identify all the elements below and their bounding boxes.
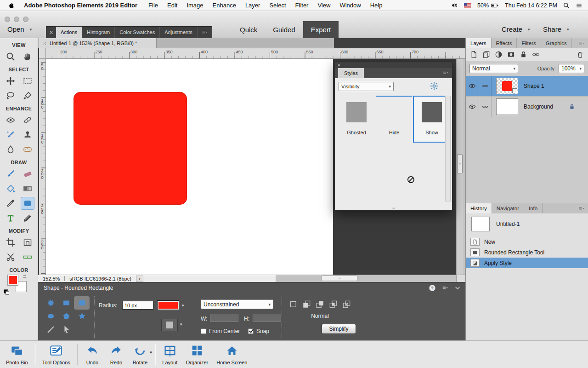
panel-tab-adjustments[interactable]: Adjustments [160,27,198,38]
menu-edit[interactable]: Edit [163,2,182,9]
zoom-tool[interactable] [4,51,17,63]
status-expand-button[interactable]: › [136,276,143,282]
visibility-eye-icon[interactable] [469,82,476,90]
blend-mode-select[interactable]: Normal▾ [469,64,518,73]
layers-tab-filters[interactable]: Filters [517,38,541,48]
type-tool[interactable] [4,212,17,224]
apple-menu-icon[interactable] [8,2,15,9]
panel-menu-icon[interactable] [442,70,449,76]
taskbar-rotate[interactable]: ▾Rotate [128,341,152,368]
shape-combine-button[interactable] [161,319,178,331]
new-group-icon[interactable] [482,51,490,58]
red-eye-removal-tool[interactable] [4,114,17,126]
brush-tool[interactable] [4,168,17,180]
new-layer-icon[interactable] [470,51,478,58]
lock-icon[interactable] [520,51,527,58]
history-tab-history[interactable]: History [466,203,492,213]
ellipse-tool[interactable] [43,310,58,323]
gradient-tool[interactable] [21,183,34,195]
checkbox[interactable] [201,328,206,334]
volume-icon[interactable] [451,2,458,9]
eyedropper-tool[interactable] [4,197,17,209]
from-center-checkbox[interactable]: From Center [201,328,240,334]
layers-tab-layers[interactable]: Layers [466,38,492,48]
menu-filter[interactable]: Filter [291,2,313,9]
layers-tab-graphics[interactable]: Graphics [541,38,572,48]
radius-input[interactable] [122,301,153,310]
menu-view[interactable]: View [313,2,335,9]
document-canvas[interactable] [46,59,333,275]
taskbar-tool-options[interactable]: Tool Options [38,341,74,368]
style-ghosted[interactable]: Ghosted [338,96,375,143]
close-icon[interactable] [337,63,341,67]
link-icon[interactable] [532,51,540,58]
panel-menu-icon[interactable] [201,29,209,35]
vertical-scrollbar-thumb[interactable] [457,154,463,173]
history-item-rounded-rectangle-tool[interactable]: Rounded Rectangle Tool [466,247,588,258]
menu-file[interactable]: File [144,2,163,9]
combine-caret-icon[interactable]: ▾ [180,322,182,327]
taskbar-undo[interactable]: Undo [80,341,104,368]
help-icon[interactable]: ? [429,284,436,292]
zoom-level[interactable]: 152.5% [38,276,64,282]
hand-tool[interactable] [21,51,34,63]
menu-window[interactable]: Window [335,2,365,9]
share-button[interactable]: Share▾ [543,21,569,38]
red-rounded-rectangle-shape[interactable] [74,92,187,205]
rectangle-tool[interactable] [58,296,74,310]
app-menu-title[interactable]: Adobe Photoshop Elements 2019 Editor [24,2,137,9]
panel-menu-icon[interactable] [441,285,449,291]
custom-shape-tool[interactable] [43,296,58,310]
history-item-new[interactable]: New [466,236,588,247]
resize-grip-icon[interactable] [390,206,397,211]
star-tool[interactable] [74,310,90,323]
taskbar-layout[interactable]: Layout [158,341,182,368]
shape-tool[interactable] [21,197,34,209]
input-source-flag-icon[interactable] [464,2,471,9]
constraint-select[interactable]: Unconstrained▾ [201,299,273,309]
create-new-shape-button[interactable] [287,299,300,310]
checkbox[interactable] [248,328,254,334]
shape-color-swatch[interactable] [157,300,179,310]
document-tab[interactable]: Untitled-1 @ 153% (Shape 1, RGB/8) * [39,38,157,48]
panel-menu-icon[interactable] [577,206,585,212]
adjustment-layer-icon[interactable] [495,51,503,58]
history-tab-navigator[interactable]: Navigator [492,203,524,213]
snap-checkbox[interactable]: Snap [248,328,269,334]
styles-scrollbar[interactable] [445,96,451,201]
shape-selection-tool[interactable] [58,323,74,336]
layer-lock-icon[interactable] [569,104,575,110]
history-source-row[interactable]: Untitled-1 [466,213,588,235]
notification-center-icon[interactable] [576,2,582,9]
clone-stamp-tool[interactable] [21,129,34,141]
visibility-eye-icon[interactable] [469,103,476,110]
taskbar-home-screen[interactable]: Home Screen [212,341,251,368]
taskbar-photo-bin[interactable]: Photo Bin [2,341,32,368]
battery-status[interactable]: 50% [477,2,499,9]
recompose-tool[interactable] [21,236,34,248]
open-button[interactable]: Open▾ [7,21,32,38]
layer-thumbnail[interactable] [496,78,518,94]
collapse-panel-icon[interactable] [454,285,461,291]
paint-bucket-tool[interactable] [4,183,17,195]
tab-styles[interactable]: Styles [338,68,364,78]
quick-selection-tool[interactable] [21,90,34,102]
history-item-apply-style[interactable]: Apply Style [466,258,588,268]
smart-brush-tool[interactable] [4,129,17,141]
eraser-tool[interactable] [21,168,34,180]
mode-tab-guided[interactable]: Guided [265,21,303,38]
menu-help[interactable]: Help [366,2,387,9]
menu-bar-clock[interactable]: Thu Feb 14 6:22 PM [505,2,557,9]
width-input[interactable] [210,314,238,322]
blur-tool[interactable] [4,144,17,155]
panel-menu-icon[interactable] [577,40,585,46]
add-to-shape-button[interactable] [300,299,313,310]
spotlight-search-icon[interactable] [563,2,570,9]
style-category-select[interactable]: Visibility▾ [339,82,394,91]
simplify-button[interactable]: Simplify [322,324,356,334]
lasso-tool[interactable] [4,90,17,102]
content-aware-move-tool[interactable] [4,251,17,263]
menu-enhance[interactable]: Enhance [208,2,241,9]
foreground-color-swatch[interactable] [7,275,18,286]
menu-image[interactable]: Image [182,2,208,9]
